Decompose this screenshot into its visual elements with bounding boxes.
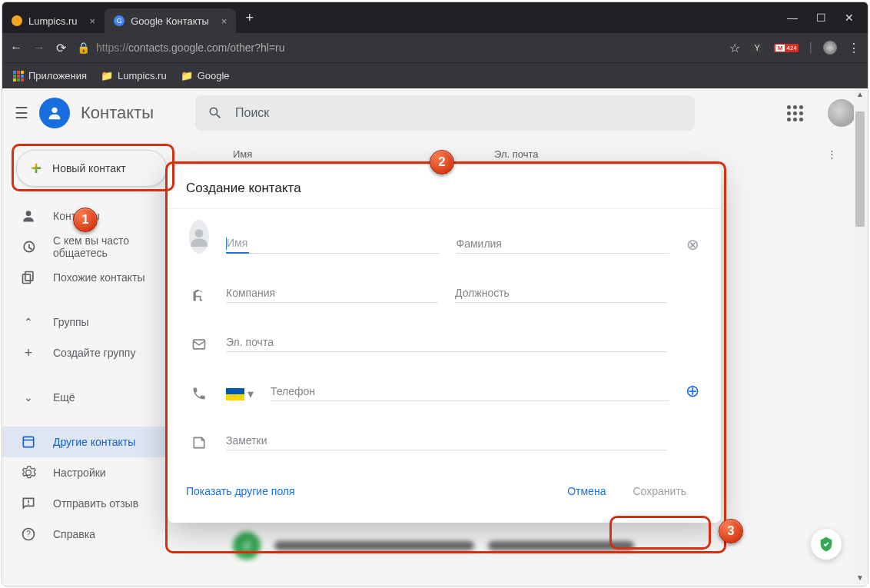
favicon-lumpics-icon [12, 15, 22, 26]
svg-point-11 [195, 229, 204, 238]
yandex-ext-icon[interactable]: Y [751, 42, 762, 53]
url-protocol: https:// [96, 42, 128, 54]
address-bar[interactable]: 🔒 https://contacts.google.com/other?hl=r… [77, 42, 719, 54]
folder-icon: 📁 [101, 70, 113, 81]
bookmark-google-label: Google [198, 70, 230, 81]
first-name-field[interactable]: Имя [226, 234, 440, 254]
favicon-google-icon: G [114, 15, 125, 26]
window-minimize-icon[interactable]: — [787, 12, 798, 24]
reload-icon[interactable]: ⟳ [56, 41, 66, 55]
security-shield-icon[interactable] [811, 529, 842, 560]
window-close-icon[interactable]: ✕ [845, 12, 854, 24]
flag-ukraine-icon [226, 388, 244, 400]
show-more-fields-link[interactable]: Показать другие поля [186, 485, 295, 497]
tab-close-icon[interactable]: × [90, 15, 96, 27]
phone-icon [191, 386, 207, 401]
scroll-up-icon[interactable]: ▲ [854, 88, 866, 101]
lock-icon: 🔒 [77, 42, 90, 54]
phone-field[interactable]: Телефон [271, 382, 669, 401]
forward-icon[interactable]: → [33, 41, 45, 55]
notes-field[interactable]: Заметки [226, 431, 667, 450]
last-name-field[interactable]: Фамилия [457, 234, 670, 254]
clear-name-icon[interactable]: ⊗ [686, 235, 699, 254]
tab-lumpics[interactable]: Lumpics.ru × [2, 8, 105, 33]
browser-menu-icon[interactable]: ⋮ [848, 41, 860, 55]
table-row[interactable]: d [233, 526, 837, 566]
tab-google-contacts[interactable]: G Google Контакты × [105, 8, 236, 33]
more-actions-icon[interactable]: ⋮ [827, 148, 837, 160]
country-selector[interactable]: ▾ [226, 387, 254, 401]
address-bar-row: ← → ⟳ 🔒 https://contacts.google.com/othe… [2, 33, 868, 62]
apps-icon [13, 71, 24, 81]
avatar-icon: d [233, 532, 261, 560]
page-content: ☰ Контакты Поиск + Новый контакт [2, 88, 868, 586]
notes-icon [191, 435, 207, 450]
column-name: Имя [233, 148, 494, 160]
email-field[interactable]: Эл. почта [226, 333, 667, 352]
column-email: Эл. почта [494, 148, 539, 160]
tab-google-label: Google Контакты [131, 15, 209, 27]
browser-titlebar: Lumpics.ru × G Google Контакты × + — ☐ ✕ [2, 2, 868, 33]
gmail-ext-icon[interactable]: 424 [774, 44, 799, 52]
email-icon [191, 337, 207, 352]
folder-icon: 📁 [181, 70, 193, 81]
divider-icon: | [809, 41, 812, 55]
vertical-scrollbar[interactable]: ▲ ▼ [854, 88, 866, 584]
scroll-down-icon[interactable]: ▼ [854, 572, 866, 584]
tab-close-icon[interactable]: × [221, 15, 227, 27]
callout-2: 2 [430, 150, 454, 174]
save-button[interactable]: Сохранить [616, 478, 702, 504]
url-text: contacts.google.com/other?hl=ru [128, 42, 285, 54]
profile-ext-icon[interactable] [823, 41, 837, 55]
chevron-down-icon: ▾ [247, 387, 254, 401]
company-field[interactable]: Компания [226, 284, 438, 303]
new-tab-button[interactable]: + [245, 10, 254, 26]
create-contact-modal: Создание контакта Имя Фамилия ⊗ Компания… [168, 165, 721, 523]
callout-3: 3 [719, 519, 743, 543]
add-phone-icon[interactable]: ⊕ [686, 381, 699, 401]
bookmark-apps-label: Приложения [28, 70, 87, 81]
cancel-button[interactable]: Отмена [556, 479, 616, 503]
bookmarks-bar: Приложения 📁 Lumpics.ru 📁 Google [2, 62, 868, 88]
bookmark-google[interactable]: 📁 Google [181, 70, 230, 81]
column-headers: Имя Эл. почта ⋮ [233, 145, 837, 163]
back-icon[interactable]: ← [10, 41, 22, 55]
callout-1: 1 [73, 208, 98, 232]
scrollbar-thumb[interactable] [855, 111, 865, 227]
avatar-placeholder-icon[interactable] [189, 220, 209, 254]
job-field[interactable]: Должность [455, 284, 667, 303]
tab-lumpics-label: Lumpics.ru [28, 15, 78, 27]
bookmark-lumpics[interactable]: 📁 Lumpics.ru [101, 70, 167, 81]
favorite-icon[interactable]: ☆ [729, 41, 740, 55]
bookmark-apps[interactable]: Приложения [13, 70, 87, 81]
company-icon [191, 287, 207, 303]
bookmark-lumpics-label: Lumpics.ru [118, 70, 167, 81]
window-maximize-icon[interactable]: ☐ [816, 12, 826, 24]
